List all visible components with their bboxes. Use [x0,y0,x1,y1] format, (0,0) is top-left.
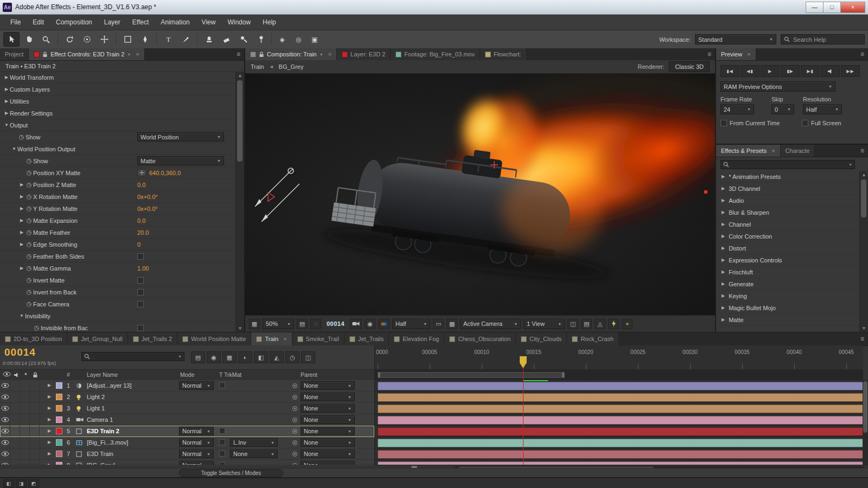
stopwatch-icon[interactable]: ◷ [25,265,33,272]
parent-dropdown[interactable]: None▼ [301,415,355,424]
breadcrumb-comp[interactable]: Train [251,63,264,70]
search-options-icon[interactable]: ▼ [848,163,852,166]
preserve-transparency-checkbox[interactable] [219,451,225,457]
layer-expander-icon[interactable]: ▶ [48,383,51,388]
preserve-transparency-checkbox[interactable] [219,382,225,388]
close-tab-icon[interactable]: × [283,336,286,342]
parent-dropdown[interactable]: None▼ [301,381,355,390]
layer-audio-toggle[interactable] [10,403,20,414]
skip-dropdown[interactable]: 0▼ [771,104,794,114]
layer-lock-toggle[interactable] [29,403,40,414]
rotation-tool[interactable] [61,32,78,47]
pen-tool[interactable] [137,32,153,47]
timeline-tab-world-position-matte[interactable]: World Position Matte [177,332,251,345]
align-button[interactable]: ▣ [307,32,323,47]
twirl-icon[interactable]: ▶ [18,194,25,199]
draft-3d-button[interactable]: ▦ [222,351,237,363]
checkbox-invert-matte[interactable] [137,277,144,284]
stopwatch-icon[interactable]: ◷ [17,133,25,140]
unified-camera-tool[interactable] [79,32,95,47]
toggle-layer-switches-pane-button[interactable]: ◧ [3,479,14,488]
layer-duration-bar[interactable] [378,382,863,390]
layer-solo-toggle[interactable] [20,403,30,414]
twirl-icon[interactable]: ▶ [18,218,25,223]
effect-group-world-position-output[interactable]: ▼World Position Output [0,143,236,155]
effect-controls-scrollbar[interactable]: ▲ ▼ [235,72,244,332]
stopwatch-icon[interactable]: ◷ [25,253,33,260]
maximize-button[interactable]: □ [823,2,841,13]
ram-preview-button[interactable]: ▶▶ [841,65,860,77]
tab-effect-controls[interactable]: Effect Controls: E3D Train 2 ▼ × [29,48,145,60]
layer-expander-icon[interactable]: ▶ [48,440,51,445]
stopwatch-icon[interactable]: ◷ [25,288,33,296]
effects-scrollbar[interactable]: ▲ ▼ [859,171,868,332]
mask-visibility-button[interactable]: ◌ [310,319,321,329]
work-area-bar[interactable] [378,372,565,378]
grid-guides-button[interactable]: ▤ [297,319,308,329]
layer-color-swatch[interactable] [56,462,62,465]
layer-row-1[interactable]: ▶1[Adjust...ayer 13]Normal▼None▼ [0,380,374,391]
layer-row-5[interactable]: ▶5E3D Train 2Normal▼None▼ [0,426,374,437]
layer-visibility-toggle[interactable] [0,391,10,402]
layer-color-swatch[interactable] [56,439,62,446]
close-button[interactable]: × [840,2,865,13]
frame-rate-dropdown[interactable]: 24▼ [720,104,754,114]
mode-dropdown[interactable]: Normal▼ [179,381,214,390]
stopwatch-icon[interactable]: ◷ [25,229,33,236]
menu-file[interactable]: File [4,18,27,26]
roi-button[interactable]: ▭ [433,319,444,329]
preset-category-channel[interactable]: ▶Channel [716,219,860,230]
layer-lock-toggle[interactable] [29,460,40,465]
layer-color-swatch[interactable] [56,405,62,412]
effect-property-matte-expansion[interactable]: ▶◷Matte Expansion0.0 [0,215,236,227]
checkbox-invert-from-back[interactable] [137,289,144,296]
toggle-inout-panes-button[interactable]: ◩ [28,479,39,488]
preset-category-audio[interactable]: ▶Audio [716,195,860,207]
close-tab-icon[interactable]: × [328,51,331,57]
resolution-preview-dropdown[interactable]: Half▼ [803,104,842,114]
value-x-rotation-matte[interactable]: 0x+0.0° [137,194,158,200]
toggle-transfer-controls-pane-button[interactable]: ◨ [16,479,27,488]
timeline-vertical-scrollbar[interactable] [863,380,868,465]
layer-visibility-toggle[interactable] [0,460,10,465]
layer-solo-toggle[interactable] [20,426,30,436]
column-parent[interactable]: Parent [301,371,317,378]
effect-property-x-rotation-matte[interactable]: ▶◷X Rotation Matte0x+0.0° [0,191,236,203]
effect-group-render-settings[interactable]: ▶Render Settings [0,107,236,119]
layer-row-3[interactable]: ▶3Light 1None▼ [0,403,374,414]
panel-menu-icon[interactable]: ≡ [704,48,715,60]
stopwatch-icon[interactable]: ◷ [25,169,33,176]
preserve-transparency-checkbox[interactable] [219,428,225,434]
layer-row-6[interactable]: ▶6[Big_Fi...3.mov]Normal▼L.Inv▼None▼ [0,437,374,448]
stopwatch-icon[interactable]: ◷ [25,277,33,284]
from-current-time-checkbox[interactable] [720,120,727,126]
layer-duration-bar[interactable] [378,439,863,447]
zoom-tool[interactable] [38,32,54,47]
layer-row-8[interactable]: ▶8[BG_Grey]Normal▼None▼ [0,460,374,465]
timeline-tab-chess-obscuration[interactable]: Chess_Obscuration [444,332,516,345]
preserve-transparency-checkbox[interactable] [219,439,225,445]
scrollbar-thumb[interactable] [861,179,866,217]
layer-row-4[interactable]: ▶4Camera 1None▼ [0,414,374,426]
parent-dropdown[interactable]: None▼ [301,450,355,458]
view-layout-dropdown[interactable]: 1 View▼ [524,319,565,329]
layer-duration-bar[interactable] [378,416,863,425]
value-position-z-matte[interactable]: 0.0 [137,182,145,188]
pixel-aspect-button[interactable]: ◫ [567,319,578,329]
puppet-pin-tool[interactable] [253,32,269,47]
stopwatch-icon[interactable]: ◷ [25,217,33,224]
tab-footage-big-fire-03-mov[interactable]: Footage: Big_Fire_03.mov [391,48,480,60]
timeline-tab-rock-crash[interactable]: Rock_Crash [567,332,619,345]
view-menu-button[interactable]: ▦ [249,319,260,329]
layer-name[interactable]: [Big_Fi...3.mov] [87,439,128,446]
twirl-icon[interactable]: ▶ [18,182,25,187]
layer-color-swatch[interactable] [56,394,62,400]
parent-dropdown[interactable]: None▼ [301,427,355,435]
timeline-button[interactable]: ▤ [581,319,592,329]
layer-audio-toggle[interactable] [10,460,20,465]
twirl-icon[interactable]: ▶ [722,234,725,239]
column-number[interactable]: # [67,371,70,378]
effect-group-output[interactable]: ▼Output [0,119,236,131]
tab-chevron-icon[interactable]: ▼ [320,53,323,56]
auto-keyframe-button[interactable]: ◷ [285,351,299,363]
